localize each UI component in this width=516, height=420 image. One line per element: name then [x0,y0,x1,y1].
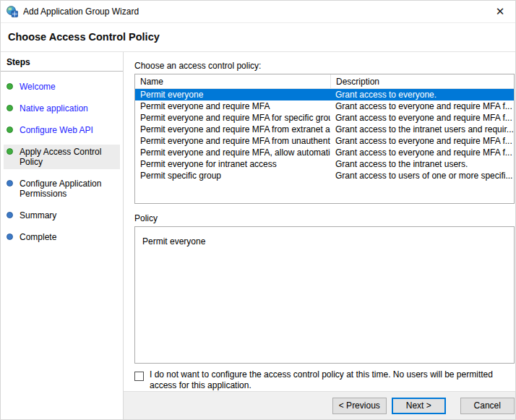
access-control-policy-list[interactable]: Name Description Permit everyone Grant a… [134,74,515,204]
table-row[interactable]: Permit everyone Grant access to everyone… [135,89,514,100]
step-pending-bullet-icon [7,212,13,218]
steps-heading: Steps [1,57,123,72]
step-done-bullet-icon [7,105,13,111]
page-title: Choose Access Control Policy [8,31,515,43]
table-row[interactable]: Permit everyone and require MFA from una… [135,135,514,147]
title-bar: Add Application Group Wizard ✕ [1,1,515,23]
skip-policy-label: I do not want to configure the access co… [150,369,515,391]
cancel-button[interactable]: Cancel [460,398,515,414]
steps-sidebar: Steps Welcome Native application Configu… [1,52,124,419]
table-row[interactable]: Permit everyone and require MFA for spec… [135,112,514,124]
footer-bar: < Previous Next > Cancel [124,391,516,419]
step-done-bullet-icon [7,83,13,90]
table-row[interactable]: Permit everyone and require MFA from ext… [135,124,514,135]
table-row[interactable]: Permit everyone and require MFA Grant ac… [135,100,514,112]
column-header-name[interactable]: Name [135,77,330,87]
app-icon [7,6,18,17]
policy-preview-box: Permit everyone [134,226,515,364]
main-pane: Choose an access control policy: Name De… [124,52,516,419]
window-title: Add Application Group Wizard [23,7,139,17]
policy-list-label: Choose an access control policy: [134,61,515,71]
page-header: Choose Access Control Policy [1,23,515,52]
sidebar-item-native-application[interactable]: Native application [4,101,120,116]
step-pending-bullet-icon [7,180,13,187]
sidebar-item-summary: Summary [4,208,120,223]
step-done-bullet-icon [7,127,13,133]
policy-section-label: Policy [134,213,515,223]
table-row[interactable]: Permit everyone for intranet access Gran… [135,158,514,170]
table-row[interactable]: Permit specific group Grant access to us… [135,170,514,181]
close-icon[interactable]: ✕ [485,1,515,23]
sidebar-item-welcome[interactable]: Welcome [4,80,120,94]
step-done-bullet-icon [7,148,13,155]
skip-policy-checkbox[interactable] [134,372,144,381]
steps-list: Welcome Native application Configure Web… [1,72,123,244]
wizard-window: Add Application Group Wizard ✕ Choose Ac… [0,0,516,420]
next-button[interactable]: Next > [392,398,446,414]
step-pending-bullet-icon [7,233,13,240]
column-header-description[interactable]: Description [330,74,514,88]
table-row[interactable]: Permit everyone and require MFA, allow a… [135,147,514,158]
previous-button[interactable]: < Previous [332,398,387,414]
sidebar-item-configure-application-permissions: Configure Application Permissions [4,176,120,201]
sidebar-item-complete: Complete [4,230,120,244]
list-header-row: Name Description [135,74,514,89]
wizard-body: Steps Welcome Native application Configu… [1,52,515,419]
sidebar-item-configure-web-api[interactable]: Configure Web API [4,123,120,137]
policy-preview-text: Permit everyone [142,236,205,247]
sidebar-item-apply-access-control-policy: Apply Access Control Policy [4,145,120,169]
skip-policy-row: I do not want to configure the access co… [134,369,515,391]
